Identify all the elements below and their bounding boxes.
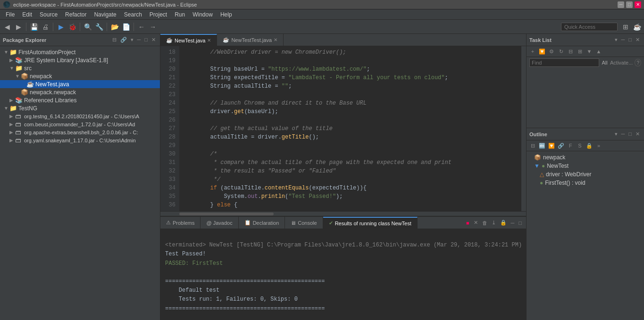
view-menu-btn[interactable]: ▾ [129,36,135,43]
tree-item-testng-jar1[interactable]: ▶ 🗃 org.testng_6.14.2.r201802161450.jar … [0,112,160,120]
menu-edit[interactable]: Edit [18,10,36,19]
editor-hscrollbar[interactable] [160,211,526,216]
outline-show-nonpublic-btn[interactable]: 🔒 [585,141,594,150]
minimize-button[interactable]: ─ [618,1,624,8]
task-list-minimize-btn[interactable]: ─ [620,36,627,43]
task-add-btn[interactable]: + [528,47,537,56]
console-terminate-btn[interactable]: ■ [465,220,471,226]
close-panel-btn[interactable]: ✕ [150,36,157,43]
toolbar-perspective-btn[interactable]: ⊞ [620,22,631,32]
tab-newtest-java[interactable]: ☕ NewTest.java ✕ [160,34,217,46]
tab-close-btn[interactable]: ✕ [274,37,277,42]
tab-declaration[interactable]: 📋 Declaration [239,217,285,229]
outline-show-fields-btn[interactable]: F [566,141,575,150]
toolbar-open-btn[interactable]: 📂 [109,22,120,32]
outline-sort-btn[interactable]: 🔤 [538,141,546,150]
menu-search[interactable]: Search [120,10,146,19]
task-settings-btn[interactable]: ⚙ [547,47,556,56]
tab-results[interactable]: ✔ Results of running class NewTest [323,217,418,229]
tree-item-jre[interactable]: ▶ 📚 JRE System Library [JavaSE-1.8] [0,56,160,64]
quick-access-input[interactable] [561,23,618,31]
toolbar-java-btn[interactable]: ☕ [632,22,642,32]
outline-collapse-btn[interactable]: ⊟ [528,141,537,150]
code-content[interactable]: //WebDriver driver = new ChromeDriver();… [179,46,521,211]
toolbar-search-btn[interactable]: 🔍 [83,22,93,32]
toolbar-run-btn[interactable]: ▶ [56,22,66,32]
tree-item-newpack-newpack[interactable]: 📦 newpack.newpack [0,88,160,96]
collapse-all-btn[interactable]: ⊟ [111,36,118,43]
task-list-menu-btn[interactable]: ▾ [613,36,619,43]
minimize-panel-btn[interactable]: ─ [136,36,142,43]
panel-minimize-btn[interactable]: ─ [510,220,516,226]
tree-item-testng-jar4[interactable]: ▶ 🗃 org.yaml.snakeyaml_1.17.0.jar - C:\U… [0,136,160,144]
toolbar-print-btn[interactable]: 🖨 [40,22,50,32]
outline-item-firsttest[interactable]: ● FirstTest() : void [527,179,644,187]
console-clear-btn[interactable]: 🗑 [481,220,489,226]
outline-maximize-btn[interactable]: □ [627,131,633,138]
outline-link-btn[interactable]: 🔗 [557,141,565,150]
tree-item-newtest-java[interactable]: ☕ NewTest.java [0,80,160,88]
outline-filter-btn[interactable]: 🔽 [547,141,556,150]
console-scroll-end-btn[interactable]: ⤓ [490,219,497,226]
tree-item-firstautomationproject[interactable]: ▼ 📁 FirstAutomationProject [0,48,160,56]
toolbar-prev-edit-btn[interactable]: ← [136,22,147,32]
outline-item-newtest[interactable]: ▼ ● NewTest [527,162,644,170]
menu-file[interactable]: File [2,10,18,19]
tree-item-newpack[interactable]: ▼ 📦 newpack [0,72,160,80]
tree-item-testng[interactable]: ▼ 📁 TestNG [0,104,160,112]
toolbar-back-btn[interactable]: ◀ [2,22,12,32]
tab-console[interactable]: 🖥 Console [285,217,323,229]
task-help-btn[interactable]: ? [635,59,641,66]
console-scroll-lock-btn[interactable]: 🔒 [499,219,508,226]
link-with-editor-btn[interactable]: 🔗 [119,36,128,43]
task-list-close-btn[interactable]: ✕ [634,36,641,43]
toolbar-new-btn[interactable]: 📄 [121,22,131,32]
problems-icon: ⚠ [166,220,171,226]
outline-item-driver[interactable]: △ driver : WebDriver [527,170,644,179]
toolbar-fwd-btn[interactable]: ▶ [13,22,24,32]
task-list-maximize-btn[interactable]: □ [627,36,633,43]
outline-menu-btn[interactable]: ▾ [613,131,619,138]
console-close-btn[interactable]: ✕ [472,219,479,226]
tree-item-referenced-libraries[interactable]: ▶ 📚 Referenced Libraries [0,96,160,104]
console-output[interactable]: <terminated> NewTest [TestNG] C:\Program… [160,229,526,320]
menu-refactor[interactable]: Refactor [61,10,90,19]
task-filter-btn[interactable]: 🔽 [538,47,546,56]
menu-source[interactable]: Source [36,10,61,19]
tree-item-testng-jar3[interactable]: ▶ 🗃 org.apache-extras.beanshell.bsh_2.0.… [0,128,160,136]
panel-maximize-btn[interactable]: □ [517,220,523,226]
task-refresh-btn[interactable]: ↻ [557,47,565,56]
toolbar-debug-btn[interactable]: 🐞 [67,22,77,32]
menu-project[interactable]: Project [146,10,171,19]
tab-newtesttest-java[interactable]: ☕ NewTestTest.java ✕ [217,34,284,46]
tab-close-btn[interactable]: ✕ [207,38,211,43]
task-find-input[interactable] [529,58,599,67]
outline-chevron-btn[interactable]: » [594,141,603,150]
toolbar-refactor-btn[interactable]: 🔧 [94,22,104,32]
menu-navigate[interactable]: Navigate [90,10,120,19]
task-next-btn[interactable]: ▼ [585,47,594,56]
editor-scrollbar[interactable] [521,46,526,211]
task-collapse-btn[interactable]: ⊟ [566,47,575,56]
task-find-bar: All Activate... ? [527,57,644,68]
tree-item-testng-jar2[interactable]: ▶ 🗃 com.beust.jcommander_1.72.0.jar - C:… [0,120,160,128]
toolbar-next-edit-btn[interactable]: → [148,22,158,32]
toolbar-save-btn[interactable]: 💾 [29,22,39,32]
outline-close-btn[interactable]: ✕ [634,131,641,138]
task-find-all-btn[interactable]: All [601,58,608,67]
tab-javadoc[interactable]: @ Javadoc [201,217,238,229]
outline-minimize-btn[interactable]: ─ [620,131,627,138]
tab-icon: ☕ [166,37,173,43]
close-button[interactable]: ✕ [635,1,641,8]
task-expand-btn[interactable]: ⊞ [576,47,584,56]
tree-item-src[interactable]: ▼ 📁 src [0,64,160,72]
tab-problems[interactable]: ⚠ Problems [160,217,201,229]
task-prev-btn[interactable]: ▲ [594,47,603,56]
menu-window[interactable]: Window [189,10,217,19]
maximize-panel-btn[interactable]: □ [143,36,149,43]
menu-help[interactable]: Help [217,10,236,19]
maximize-button[interactable]: □ [626,1,633,8]
menu-run[interactable]: Run [171,10,189,19]
outline-show-static-btn[interactable]: S [576,141,584,150]
outline-item-newpack[interactable]: 📦 newpack [527,153,644,162]
